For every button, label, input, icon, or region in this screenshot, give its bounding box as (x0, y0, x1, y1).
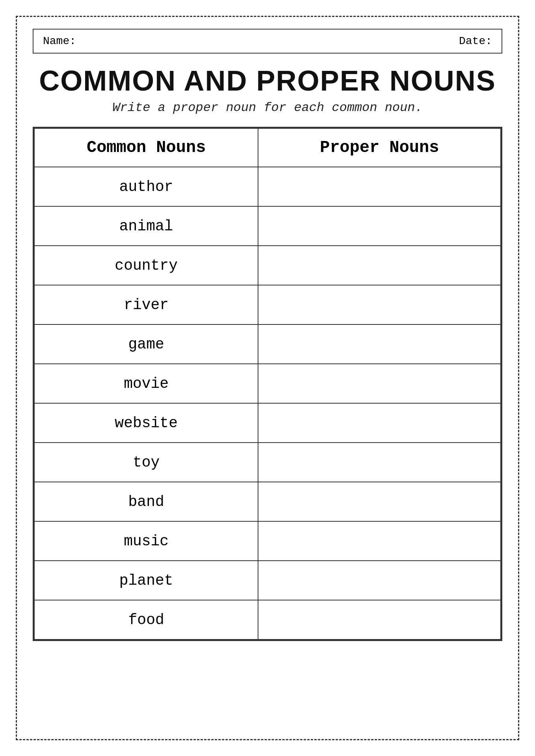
common-noun-cell: band (34, 482, 258, 521)
table-row: author (34, 167, 501, 206)
table-row: food (34, 600, 501, 639)
table-row: band (34, 482, 501, 521)
table-row: country (34, 246, 501, 285)
common-noun-cell: toy (34, 443, 258, 482)
proper-noun-cell[interactable] (258, 246, 501, 285)
common-noun-cell: river (34, 285, 258, 324)
noun-table: Common Nouns Proper Nouns authoranimalco… (34, 128, 501, 640)
table-row: website (34, 403, 501, 443)
table-row: game (34, 324, 501, 364)
table-row: animal (34, 206, 501, 246)
table-row: planet (34, 561, 501, 600)
proper-noun-cell[interactable] (258, 285, 501, 324)
table-header-row: Common Nouns Proper Nouns (34, 128, 501, 167)
proper-noun-cell[interactable] (258, 561, 501, 600)
common-noun-cell: planet (34, 561, 258, 600)
proper-noun-cell[interactable] (258, 324, 501, 364)
proper-noun-cell[interactable] (258, 364, 501, 403)
proper-noun-cell[interactable] (258, 482, 501, 521)
outer-border: Name: Date: COMMON AND PROPER NOUNS Writ… (16, 16, 519, 740)
proper-noun-cell[interactable] (258, 600, 501, 639)
proper-noun-cell[interactable] (258, 206, 501, 246)
col-proper-nouns-header: Proper Nouns (258, 128, 501, 167)
proper-noun-cell[interactable] (258, 167, 501, 206)
subtitle: Write a proper noun for each common noun… (33, 100, 502, 115)
common-noun-cell: game (34, 324, 258, 364)
common-noun-cell: country (34, 246, 258, 285)
common-noun-cell: author (34, 167, 258, 206)
common-noun-cell: food (34, 600, 258, 639)
common-noun-cell: movie (34, 364, 258, 403)
table-row: toy (34, 443, 501, 482)
date-label: Date: (459, 35, 492, 47)
proper-noun-cell[interactable] (258, 403, 501, 443)
common-noun-cell: animal (34, 206, 258, 246)
col-common-nouns-header: Common Nouns (34, 128, 258, 167)
proper-noun-cell[interactable] (258, 443, 501, 482)
name-date-row: Name: Date: (33, 29, 502, 54)
table-row: river (34, 285, 501, 324)
table-container: Common Nouns Proper Nouns authoranimalco… (33, 127, 502, 641)
name-label: Name: (43, 35, 76, 47)
table-row: music (34, 521, 501, 561)
proper-noun-cell[interactable] (258, 521, 501, 561)
page: Name: Date: COMMON AND PROPER NOUNS Writ… (0, 0, 535, 756)
table-row: movie (34, 364, 501, 403)
main-title: COMMON AND PROPER NOUNS (33, 65, 502, 96)
common-noun-cell: website (34, 403, 258, 443)
common-noun-cell: music (34, 521, 258, 561)
